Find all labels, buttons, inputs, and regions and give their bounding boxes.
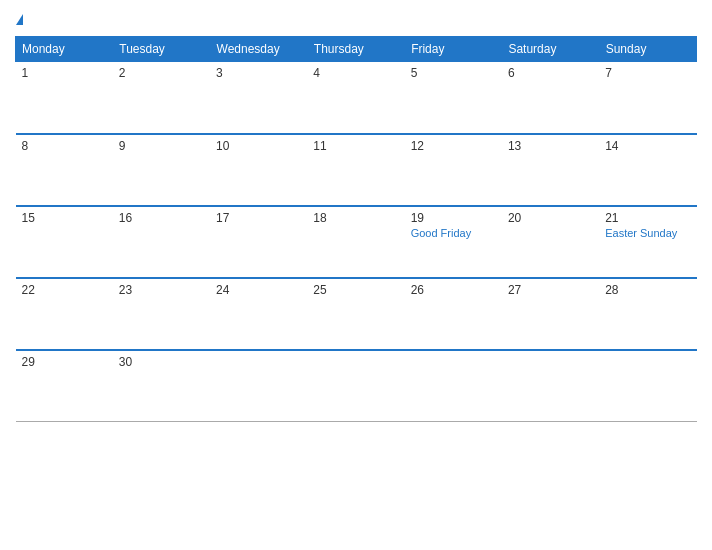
page: MondayTuesdayWednesdayThursdayFridaySatu… <box>0 0 712 550</box>
day-number: 7 <box>605 66 690 80</box>
calendar-week-row: 1234567 <box>16 62 697 134</box>
holiday-label: Easter Sunday <box>605 227 690 239</box>
day-number: 12 <box>411 139 496 153</box>
day-number: 26 <box>411 283 496 297</box>
calendar-cell <box>307 350 404 422</box>
calendar-cell: 8 <box>16 134 113 206</box>
calendar-cell: 18 <box>307 206 404 278</box>
day-number: 20 <box>508 211 593 225</box>
day-number: 24 <box>216 283 301 297</box>
calendar-week-row: 22232425262728 <box>16 278 697 350</box>
holiday-label: Good Friday <box>411 227 496 239</box>
calendar-cell: 13 <box>502 134 599 206</box>
day-number: 8 <box>22 139 107 153</box>
day-number: 18 <box>313 211 398 225</box>
day-number: 19 <box>411 211 496 225</box>
calendar-cell: 26 <box>405 278 502 350</box>
col-header-tuesday: Tuesday <box>113 37 210 62</box>
calendar-cell: 5 <box>405 62 502 134</box>
calendar-header-row: MondayTuesdayWednesdayThursdayFridaySatu… <box>16 37 697 62</box>
day-number: 17 <box>216 211 301 225</box>
calendar-cell: 24 <box>210 278 307 350</box>
calendar-cell: 22 <box>16 278 113 350</box>
calendar-cell: 30 <box>113 350 210 422</box>
calendar-cell: 12 <box>405 134 502 206</box>
calendar-cell: 6 <box>502 62 599 134</box>
calendar-week-row: 1516171819Good Friday2021Easter Sunday <box>16 206 697 278</box>
calendar-week-row: 2930 <box>16 350 697 422</box>
day-number: 14 <box>605 139 690 153</box>
col-header-wednesday: Wednesday <box>210 37 307 62</box>
calendar-cell: 2 <box>113 62 210 134</box>
day-number: 1 <box>22 66 107 80</box>
calendar-cell: 21Easter Sunday <box>599 206 696 278</box>
calendar-cell: 3 <box>210 62 307 134</box>
day-number: 13 <box>508 139 593 153</box>
calendar-cell: 11 <box>307 134 404 206</box>
col-header-monday: Monday <box>16 37 113 62</box>
calendar-cell: 25 <box>307 278 404 350</box>
logo <box>15 10 23 28</box>
day-number: 22 <box>22 283 107 297</box>
header <box>15 10 697 28</box>
day-number: 21 <box>605 211 690 225</box>
day-number: 4 <box>313 66 398 80</box>
day-number: 25 <box>313 283 398 297</box>
day-number: 10 <box>216 139 301 153</box>
col-header-sunday: Sunday <box>599 37 696 62</box>
day-number: 3 <box>216 66 301 80</box>
calendar-cell: 7 <box>599 62 696 134</box>
col-header-thursday: Thursday <box>307 37 404 62</box>
calendar-cell: 20 <box>502 206 599 278</box>
day-number: 15 <box>22 211 107 225</box>
day-number: 5 <box>411 66 496 80</box>
day-number: 11 <box>313 139 398 153</box>
calendar-cell: 17 <box>210 206 307 278</box>
calendar-cell: 28 <box>599 278 696 350</box>
calendar-cell: 10 <box>210 134 307 206</box>
calendar-cell <box>405 350 502 422</box>
day-number: 2 <box>119 66 204 80</box>
calendar-cell: 19Good Friday <box>405 206 502 278</box>
col-header-friday: Friday <box>405 37 502 62</box>
day-number: 16 <box>119 211 204 225</box>
calendar-cell: 9 <box>113 134 210 206</box>
day-number: 29 <box>22 355 107 369</box>
day-number: 23 <box>119 283 204 297</box>
calendar-week-row: 891011121314 <box>16 134 697 206</box>
day-number: 9 <box>119 139 204 153</box>
calendar-cell: 1 <box>16 62 113 134</box>
calendar-cell: 29 <box>16 350 113 422</box>
calendar-cell: 16 <box>113 206 210 278</box>
calendar-cell: 27 <box>502 278 599 350</box>
day-number: 6 <box>508 66 593 80</box>
calendar-cell: 4 <box>307 62 404 134</box>
day-number: 30 <box>119 355 204 369</box>
col-header-saturday: Saturday <box>502 37 599 62</box>
calendar-cell: 15 <box>16 206 113 278</box>
calendar-cell <box>210 350 307 422</box>
calendar-cell: 23 <box>113 278 210 350</box>
calendar-cell <box>599 350 696 422</box>
day-number: 27 <box>508 283 593 297</box>
day-number: 28 <box>605 283 690 297</box>
calendar-cell <box>502 350 599 422</box>
calendar-table: MondayTuesdayWednesdayThursdayFridaySatu… <box>15 36 697 422</box>
calendar-cell: 14 <box>599 134 696 206</box>
logo-triangle-icon <box>16 14 23 25</box>
